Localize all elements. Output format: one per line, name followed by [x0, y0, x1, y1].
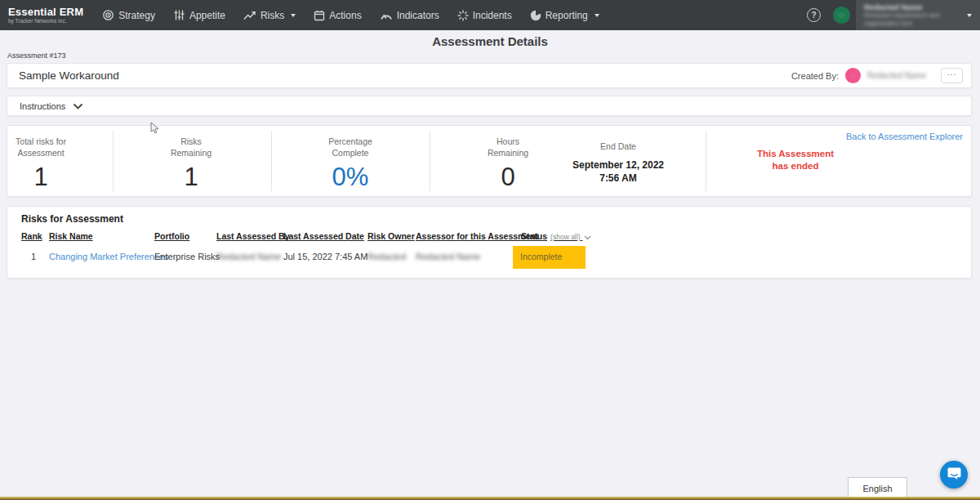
- stat-label-line1: Risks: [136, 136, 247, 148]
- created-by-avatar: ··: [845, 68, 861, 83]
- nav-item-label: Actions: [329, 10, 361, 21]
- end-date-date: September 12, 2022: [549, 159, 688, 172]
- user-org-redacted: Redacted department and organization tex…: [864, 11, 960, 27]
- table-row-last-assessed-by-redacted: Redacted Name: [216, 252, 282, 261]
- nav-item-strategy[interactable]: Strategy: [93, 9, 164, 21]
- risks-section-title: Risks for Assessment: [21, 213, 123, 225]
- nav-item-risks[interactable]: Risks: [234, 10, 305, 21]
- stat-label-line2: Complete: [295, 148, 406, 159]
- stat-hours-remaining: Hours Remaining 0: [452, 136, 564, 192]
- stat-value: 1: [7, 163, 74, 192]
- risks-for-assessment-card: Risks for Assessment Rank Risk Name Port…: [7, 206, 972, 279]
- status-header-label: Status: [521, 231, 547, 241]
- stat-total-risks: Total risks for Assessment 1: [7, 136, 74, 192]
- bottom-gold-bar: [0, 497, 980, 500]
- instructions-label: Instructions: [20, 101, 65, 111]
- target-icon: [102, 9, 114, 21]
- nav-item-label: Incidents: [473, 10, 512, 21]
- pie-chart-icon: [530, 10, 541, 21]
- nav-right: ? ··· Redacted Name Redacted department …: [807, 0, 980, 30]
- page-title: Assessment Details: [0, 34, 980, 48]
- nav-item-indicators[interactable]: Indicators: [371, 10, 448, 21]
- column-header-assessor[interactable]: Assessor for this Assessment: [416, 231, 538, 241]
- stat-label-line2: Remaining: [452, 148, 564, 159]
- nav-item-label: Appetite: [189, 10, 225, 21]
- created-by-avatar-initials: ··: [851, 73, 855, 78]
- nav-item-label: Strategy: [118, 10, 155, 21]
- sliders-icon: [173, 9, 185, 21]
- nav-item-label: Reporting: [546, 10, 588, 21]
- stat-label-line2: Assessment: [7, 148, 74, 159]
- stat-label-line1: Hours: [452, 136, 564, 148]
- assessment-title-card: Sample Workaround Created By: ·· Redacte…: [7, 63, 972, 88]
- column-header-last-assessed-by[interactable]: Last Assessed By: [216, 231, 290, 241]
- brand-subtitle: by Tracker Networks Inc.: [8, 19, 83, 25]
- column-header-risk-owner[interactable]: Risk Owner: [368, 231, 415, 241]
- stat-label-line2: Remaining: [136, 148, 247, 159]
- trend-up-icon: [243, 11, 256, 20]
- chevron-down-icon: [291, 14, 296, 17]
- divider: [706, 131, 706, 191]
- user-menu[interactable]: ··· Redacted Name Redacted department an…: [833, 0, 980, 30]
- brand-title: Essential ERM: [8, 7, 83, 17]
- stat-value: 0%: [295, 163, 406, 192]
- created-by-name-redacted: Redacted Name: [867, 71, 934, 80]
- nav-item-actions[interactable]: Actions: [305, 10, 370, 21]
- burst-icon: [457, 10, 469, 21]
- end-date-label: End Date: [549, 141, 688, 151]
- assessment-ended-notice: This Assessment has ended: [726, 148, 865, 172]
- divider: [271, 131, 272, 191]
- table-row-risk-owner-redacted: Redacted: [368, 252, 406, 261]
- column-header-last-assessed-date[interactable]: Last Assessed Date: [283, 231, 364, 241]
- user-name-redacted: Redacted Name: [864, 2, 960, 11]
- assessment-name: Sample Workaround: [19, 69, 119, 82]
- stat-risks-remaining: Risks Remaining 1: [136, 136, 247, 192]
- language-button[interactable]: English: [848, 477, 907, 499]
- created-by-group: Created By: ·· Redacted Name ...: [791, 68, 963, 83]
- table-row-last-assessed-date: Jul 15, 2022 7:45 AM: [283, 252, 368, 261]
- nav-item-label: Risks: [261, 10, 284, 21]
- more-options-button[interactable]: ...: [941, 68, 963, 83]
- stat-label-line1: Total risks for: [7, 136, 74, 148]
- stat-percentage-complete: Percentage Complete 0%: [295, 136, 406, 192]
- gauge-icon: [380, 10, 393, 20]
- table-row-portfolio: Enterprise Risks: [154, 252, 220, 261]
- chevron-down-icon: [73, 99, 83, 114]
- stat-value: 1: [136, 163, 247, 192]
- risk-name-link[interactable]: Changing Market Preferences: [49, 252, 168, 261]
- column-header-status[interactable]: Status(show all): [521, 231, 591, 242]
- chevron-down-icon: [967, 14, 972, 17]
- table-row-rank: 1: [21, 252, 46, 261]
- user-avatar-initials: ···: [839, 12, 844, 18]
- assessment-id-label: Assessment #173: [7, 51, 66, 60]
- status-badge: Incomplete: [513, 246, 586, 269]
- chevron-down-icon: [584, 232, 591, 242]
- nav-item-reporting[interactable]: Reporting: [521, 10, 608, 21]
- stat-label-line1: Percentage: [295, 136, 406, 148]
- stat-value: 0: [452, 163, 564, 192]
- status-show-all-toggle[interactable]: (show all): [550, 233, 580, 241]
- column-header-portfolio[interactable]: Portfolio: [154, 231, 189, 241]
- chat-launcher-button[interactable]: [940, 461, 968, 489]
- user-text-block: Redacted Name Redacted department and or…: [856, 0, 980, 30]
- created-by-label: Created By:: [791, 71, 839, 81]
- column-header-risk-name[interactable]: Risk Name: [49, 231, 93, 241]
- nav-item-appetite[interactable]: Appetite: [164, 9, 234, 21]
- column-header-rank[interactable]: Rank: [21, 231, 42, 241]
- help-icon[interactable]: ?: [807, 8, 821, 22]
- chevron-down-icon: [595, 14, 599, 17]
- divider: [113, 131, 114, 191]
- ended-notice-line2: has ended: [726, 160, 865, 172]
- instructions-toggle[interactable]: Instructions: [7, 96, 972, 116]
- top-nav: Essential ERM by Tracker Networks Inc. S…: [0, 0, 980, 30]
- assessment-stats-card: Back to Assessment Explorer Total risks …: [7, 125, 972, 197]
- back-to-assessment-explorer-link[interactable]: Back to Assessment Explorer: [846, 132, 963, 141]
- nav-item-label: Indicators: [397, 10, 439, 21]
- end-date-time: 7:56 AM: [549, 172, 688, 185]
- brand-logo[interactable]: Essential ERM by Tracker Networks Inc.: [8, 7, 83, 25]
- divider: [430, 131, 430, 191]
- nav-item-incidents[interactable]: Incidents: [448, 10, 521, 21]
- stat-end-date: End Date September 12, 2022 7:56 AM: [549, 141, 688, 185]
- nav-items: Strategy Appetite Risks Actions Indicato…: [93, 9, 608, 21]
- calendar-icon: [314, 10, 325, 21]
